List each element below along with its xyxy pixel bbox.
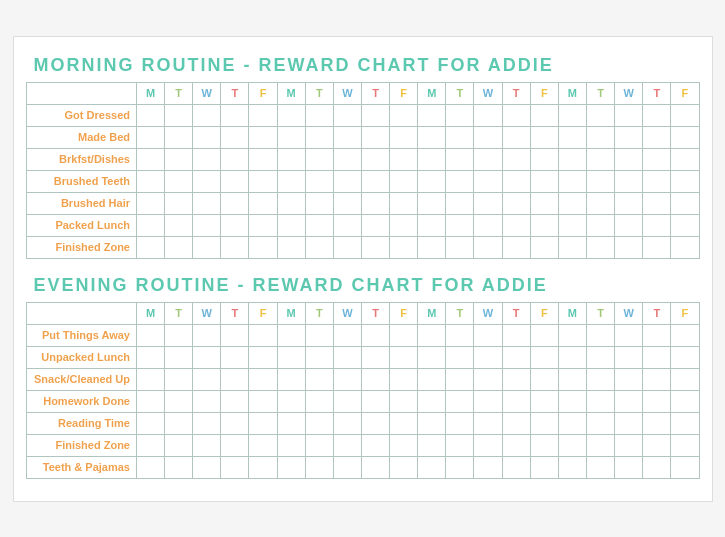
evening-cell[interactable]: [277, 456, 305, 478]
morning-cell[interactable]: [530, 170, 558, 192]
morning-cell[interactable]: [643, 170, 671, 192]
evening-cell[interactable]: [530, 346, 558, 368]
morning-cell[interactable]: [333, 236, 361, 258]
morning-cell[interactable]: [558, 236, 586, 258]
morning-cell[interactable]: [193, 126, 221, 148]
evening-cell[interactable]: [530, 390, 558, 412]
evening-cell[interactable]: [474, 368, 502, 390]
morning-cell[interactable]: [165, 236, 193, 258]
evening-cell[interactable]: [193, 324, 221, 346]
morning-cell[interactable]: [586, 236, 614, 258]
morning-cell[interactable]: [221, 170, 249, 192]
evening-cell[interactable]: [671, 434, 699, 456]
morning-cell[interactable]: [418, 214, 446, 236]
morning-cell[interactable]: [558, 104, 586, 126]
morning-cell[interactable]: [671, 126, 699, 148]
evening-cell[interactable]: [390, 456, 418, 478]
evening-cell[interactable]: [221, 346, 249, 368]
evening-cell[interactable]: [558, 456, 586, 478]
morning-cell[interactable]: [277, 214, 305, 236]
morning-cell[interactable]: [165, 214, 193, 236]
morning-cell[interactable]: [446, 126, 474, 148]
evening-cell[interactable]: [474, 390, 502, 412]
morning-cell[interactable]: [136, 236, 164, 258]
morning-cell[interactable]: [502, 214, 530, 236]
evening-cell[interactable]: [502, 456, 530, 478]
morning-cell[interactable]: [418, 236, 446, 258]
morning-cell[interactable]: [671, 148, 699, 170]
morning-cell[interactable]: [615, 236, 643, 258]
evening-cell[interactable]: [390, 346, 418, 368]
morning-cell[interactable]: [390, 170, 418, 192]
morning-cell[interactable]: [249, 170, 277, 192]
evening-cell[interactable]: [418, 390, 446, 412]
evening-cell[interactable]: [671, 390, 699, 412]
morning-cell[interactable]: [390, 126, 418, 148]
morning-cell[interactable]: [418, 148, 446, 170]
evening-cell[interactable]: [361, 324, 389, 346]
morning-cell[interactable]: [474, 126, 502, 148]
morning-cell[interactable]: [502, 236, 530, 258]
evening-cell[interactable]: [361, 390, 389, 412]
morning-cell[interactable]: [671, 104, 699, 126]
evening-cell[interactable]: [615, 434, 643, 456]
evening-cell[interactable]: [671, 346, 699, 368]
morning-cell[interactable]: [165, 104, 193, 126]
evening-cell[interactable]: [165, 368, 193, 390]
evening-cell[interactable]: [333, 346, 361, 368]
morning-cell[interactable]: [221, 104, 249, 126]
morning-cell[interactable]: [615, 126, 643, 148]
morning-cell[interactable]: [165, 148, 193, 170]
morning-cell[interactable]: [305, 170, 333, 192]
morning-cell[interactable]: [474, 104, 502, 126]
morning-cell[interactable]: [390, 148, 418, 170]
morning-cell[interactable]: [136, 192, 164, 214]
evening-cell[interactable]: [136, 368, 164, 390]
morning-cell[interactable]: [277, 170, 305, 192]
evening-cell[interactable]: [558, 346, 586, 368]
evening-cell[interactable]: [390, 412, 418, 434]
evening-cell[interactable]: [586, 390, 614, 412]
evening-cell[interactable]: [643, 412, 671, 434]
evening-cell[interactable]: [530, 412, 558, 434]
evening-cell[interactable]: [361, 434, 389, 456]
evening-cell[interactable]: [305, 368, 333, 390]
morning-cell[interactable]: [221, 126, 249, 148]
morning-cell[interactable]: [586, 104, 614, 126]
morning-cell[interactable]: [249, 192, 277, 214]
morning-cell[interactable]: [249, 126, 277, 148]
evening-cell[interactable]: [277, 434, 305, 456]
evening-cell[interactable]: [446, 368, 474, 390]
morning-cell[interactable]: [333, 148, 361, 170]
evening-cell[interactable]: [502, 434, 530, 456]
evening-cell[interactable]: [390, 368, 418, 390]
morning-cell[interactable]: [390, 104, 418, 126]
morning-cell[interactable]: [530, 214, 558, 236]
evening-cell[interactable]: [643, 368, 671, 390]
evening-cell[interactable]: [165, 456, 193, 478]
evening-cell[interactable]: [558, 434, 586, 456]
evening-cell[interactable]: [305, 390, 333, 412]
morning-cell[interactable]: [333, 104, 361, 126]
morning-cell[interactable]: [502, 170, 530, 192]
evening-cell[interactable]: [502, 324, 530, 346]
evening-cell[interactable]: [615, 390, 643, 412]
evening-cell[interactable]: [249, 324, 277, 346]
evening-cell[interactable]: [136, 456, 164, 478]
morning-cell[interactable]: [221, 214, 249, 236]
evening-cell[interactable]: [333, 368, 361, 390]
morning-cell[interactable]: [390, 214, 418, 236]
evening-cell[interactable]: [333, 434, 361, 456]
morning-cell[interactable]: [586, 192, 614, 214]
evening-cell[interactable]: [643, 324, 671, 346]
morning-cell[interactable]: [671, 236, 699, 258]
evening-cell[interactable]: [615, 412, 643, 434]
morning-cell[interactable]: [643, 214, 671, 236]
morning-cell[interactable]: [193, 148, 221, 170]
evening-cell[interactable]: [474, 434, 502, 456]
morning-cell[interactable]: [615, 192, 643, 214]
morning-cell[interactable]: [558, 214, 586, 236]
morning-cell[interactable]: [418, 104, 446, 126]
morning-cell[interactable]: [305, 126, 333, 148]
evening-cell[interactable]: [586, 368, 614, 390]
